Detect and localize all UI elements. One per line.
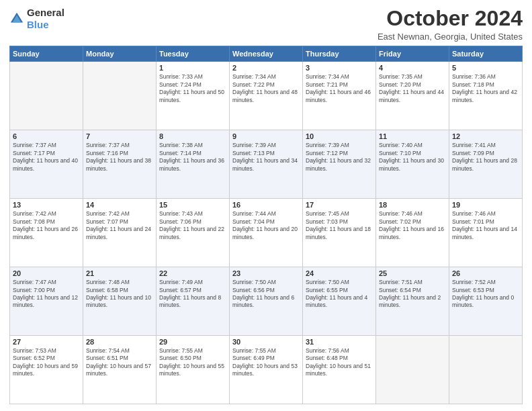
- day-number: 10: [306, 132, 373, 140]
- day-number: 24: [306, 269, 373, 277]
- table-row: 10Sunrise: 7:39 AM Sunset: 7:12 PM Dayli…: [303, 130, 376, 199]
- table-row: 9Sunrise: 7:39 AM Sunset: 7:13 PM Daylig…: [230, 130, 303, 199]
- table-row: 21Sunrise: 7:48 AM Sunset: 6:58 PM Dayli…: [83, 267, 157, 336]
- table-row: 17Sunrise: 7:45 AM Sunset: 7:03 PM Dayli…: [303, 199, 376, 267]
- day-detail: Sunrise: 7:35 AM Sunset: 7:20 PM Dayligh…: [379, 73, 446, 104]
- day-number: 5: [452, 64, 519, 72]
- header: General Blue October 2024 East Newnan, G…: [9, 7, 523, 42]
- day-detail: Sunrise: 7:54 AM Sunset: 6:51 PM Dayligh…: [86, 347, 153, 378]
- day-detail: Sunrise: 7:38 AM Sunset: 7:14 PM Dayligh…: [159, 142, 226, 173]
- table-row: [376, 336, 449, 404]
- day-detail: Sunrise: 7:56 AM Sunset: 6:48 PM Dayligh…: [306, 347, 373, 378]
- day-detail: Sunrise: 7:39 AM Sunset: 7:12 PM Dayligh…: [306, 142, 373, 173]
- table-row: 15Sunrise: 7:43 AM Sunset: 7:06 PM Dayli…: [157, 199, 230, 267]
- day-detail: Sunrise: 7:46 AM Sunset: 7:02 PM Dayligh…: [379, 210, 446, 241]
- day-number: 8: [159, 132, 226, 140]
- day-detail: Sunrise: 7:37 AM Sunset: 7:17 PM Dayligh…: [13, 142, 80, 173]
- day-number: 27: [13, 338, 80, 346]
- calendar-week-row: 13Sunrise: 7:42 AM Sunset: 7:08 PM Dayli…: [10, 199, 523, 267]
- table-row: 18Sunrise: 7:46 AM Sunset: 7:02 PM Dayli…: [376, 199, 449, 267]
- day-number: 1: [159, 64, 226, 72]
- day-detail: Sunrise: 7:55 AM Sunset: 6:50 PM Dayligh…: [159, 347, 226, 378]
- day-number: 28: [86, 338, 153, 346]
- day-detail: Sunrise: 7:36 AM Sunset: 7:18 PM Dayligh…: [452, 73, 519, 104]
- day-number: 26: [452, 269, 519, 277]
- day-number: 6: [13, 132, 80, 140]
- table-row: 31Sunrise: 7:56 AM Sunset: 6:48 PM Dayli…: [303, 336, 376, 404]
- table-row: 24Sunrise: 7:50 AM Sunset: 6:55 PM Dayli…: [303, 267, 376, 336]
- table-row: 30Sunrise: 7:55 AM Sunset: 6:49 PM Dayli…: [230, 336, 303, 404]
- calendar-week-row: 20Sunrise: 7:47 AM Sunset: 7:00 PM Dayli…: [10, 267, 523, 336]
- day-number: 19: [452, 201, 519, 209]
- day-number: 7: [86, 132, 153, 140]
- table-row: 20Sunrise: 7:47 AM Sunset: 7:00 PM Dayli…: [10, 267, 83, 336]
- logo-blue: Blue: [27, 19, 49, 30]
- table-row: [10, 62, 83, 130]
- day-number: 3: [306, 64, 373, 72]
- day-detail: Sunrise: 7:43 AM Sunset: 7:06 PM Dayligh…: [159, 210, 226, 241]
- day-number: 25: [379, 269, 446, 277]
- table-row: [449, 336, 523, 404]
- day-number: 17: [306, 201, 373, 209]
- day-detail: Sunrise: 7:34 AM Sunset: 7:22 PM Dayligh…: [232, 73, 300, 104]
- day-number: 15: [159, 201, 226, 209]
- title-location: East Newnan, Georgia, United States: [378, 32, 523, 42]
- day-number: 18: [379, 201, 446, 209]
- col-wednesday: Wednesday: [230, 46, 303, 62]
- day-number: 23: [232, 269, 300, 277]
- day-number: 11: [379, 132, 446, 140]
- day-number: 21: [86, 269, 153, 277]
- day-detail: Sunrise: 7:42 AM Sunset: 7:08 PM Dayligh…: [13, 210, 80, 241]
- day-detail: Sunrise: 7:34 AM Sunset: 7:21 PM Dayligh…: [306, 73, 373, 104]
- col-friday: Friday: [376, 46, 449, 62]
- day-detail: Sunrise: 7:33 AM Sunset: 7:24 PM Dayligh…: [159, 73, 226, 104]
- calendar-header-row: Sunday Monday Tuesday Wednesday Thursday…: [10, 46, 523, 62]
- day-detail: Sunrise: 7:42 AM Sunset: 7:07 PM Dayligh…: [86, 210, 153, 241]
- table-row: 11Sunrise: 7:40 AM Sunset: 7:10 PM Dayli…: [376, 130, 449, 199]
- day-detail: Sunrise: 7:49 AM Sunset: 6:57 PM Dayligh…: [159, 279, 226, 310]
- table-row: 13Sunrise: 7:42 AM Sunset: 7:08 PM Dayli…: [10, 199, 83, 267]
- day-number: 12: [452, 132, 519, 140]
- table-row: 29Sunrise: 7:55 AM Sunset: 6:50 PM Dayli…: [157, 336, 230, 404]
- table-row: 27Sunrise: 7:53 AM Sunset: 6:52 PM Dayli…: [10, 336, 83, 404]
- table-row: 2Sunrise: 7:34 AM Sunset: 7:22 PM Daylig…: [230, 62, 303, 130]
- calendar-table: Sunday Monday Tuesday Wednesday Thursday…: [9, 46, 523, 404]
- calendar-week-row: 6Sunrise: 7:37 AM Sunset: 7:17 PM Daylig…: [10, 130, 523, 199]
- day-number: 22: [159, 269, 226, 277]
- day-detail: Sunrise: 7:37 AM Sunset: 7:16 PM Dayligh…: [86, 142, 153, 173]
- title-block: October 2024 East Newnan, Georgia, Unite…: [378, 7, 523, 42]
- table-row: 22Sunrise: 7:49 AM Sunset: 6:57 PM Dayli…: [157, 267, 230, 336]
- col-thursday: Thursday: [303, 46, 376, 62]
- col-monday: Monday: [83, 46, 157, 62]
- table-row: 23Sunrise: 7:50 AM Sunset: 6:56 PM Dayli…: [230, 267, 303, 336]
- logo-icon: [9, 11, 24, 26]
- table-row: [83, 62, 157, 130]
- table-row: 6Sunrise: 7:37 AM Sunset: 7:17 PM Daylig…: [10, 130, 83, 199]
- day-number: 16: [232, 201, 300, 209]
- day-number: 13: [13, 201, 80, 209]
- col-tuesday: Tuesday: [157, 46, 230, 62]
- table-row: 26Sunrise: 7:52 AM Sunset: 6:53 PM Dayli…: [449, 267, 523, 336]
- day-detail: Sunrise: 7:39 AM Sunset: 7:13 PM Dayligh…: [232, 142, 300, 173]
- table-row: 28Sunrise: 7:54 AM Sunset: 6:51 PM Dayli…: [83, 336, 157, 404]
- day-number: 2: [232, 64, 300, 72]
- day-detail: Sunrise: 7:40 AM Sunset: 7:10 PM Dayligh…: [379, 142, 446, 173]
- day-detail: Sunrise: 7:52 AM Sunset: 6:53 PM Dayligh…: [452, 279, 519, 310]
- table-row: 8Sunrise: 7:38 AM Sunset: 7:14 PM Daylig…: [157, 130, 230, 199]
- day-detail: Sunrise: 7:45 AM Sunset: 7:03 PM Dayligh…: [306, 210, 373, 241]
- calendar-week-row: 27Sunrise: 7:53 AM Sunset: 6:52 PM Dayli…: [10, 336, 523, 404]
- calendar-week-row: 1Sunrise: 7:33 AM Sunset: 7:24 PM Daylig…: [10, 62, 523, 130]
- table-row: 14Sunrise: 7:42 AM Sunset: 7:07 PM Dayli…: [83, 199, 157, 267]
- day-number: 14: [86, 201, 153, 209]
- logo-general: General: [27, 7, 64, 18]
- day-detail: Sunrise: 7:53 AM Sunset: 6:52 PM Dayligh…: [13, 347, 80, 378]
- table-row: 3Sunrise: 7:34 AM Sunset: 7:21 PM Daylig…: [303, 62, 376, 130]
- day-detail: Sunrise: 7:44 AM Sunset: 7:04 PM Dayligh…: [232, 210, 300, 241]
- table-row: 25Sunrise: 7:51 AM Sunset: 6:54 PM Dayli…: [376, 267, 449, 336]
- day-detail: Sunrise: 7:41 AM Sunset: 7:09 PM Dayligh…: [452, 142, 519, 173]
- logo-text: General Blue: [27, 7, 64, 31]
- table-row: 5Sunrise: 7:36 AM Sunset: 7:18 PM Daylig…: [449, 62, 523, 130]
- page: General Blue October 2024 East Newnan, G…: [0, 0, 532, 411]
- day-detail: Sunrise: 7:47 AM Sunset: 7:00 PM Dayligh…: [13, 279, 80, 310]
- day-detail: Sunrise: 7:48 AM Sunset: 6:58 PM Dayligh…: [86, 279, 153, 310]
